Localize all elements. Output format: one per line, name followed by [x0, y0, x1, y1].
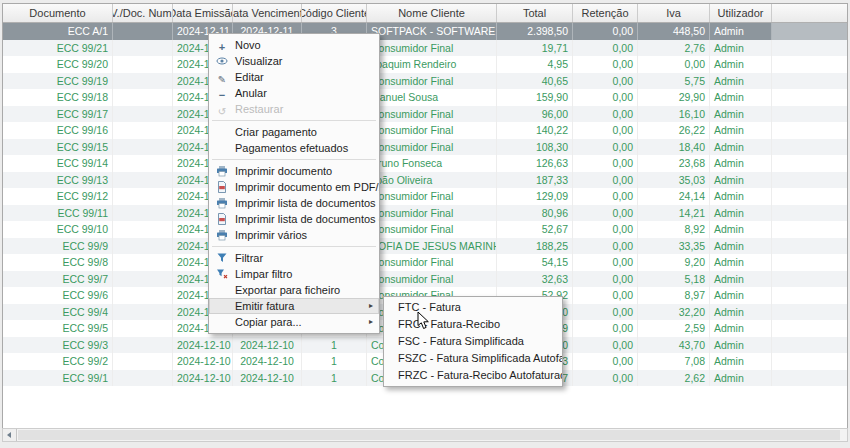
cell-filler [772, 56, 847, 73]
cell-iva: 16,10 [638, 106, 710, 123]
table-row[interactable]: ECC 99/172024-12-10 ...2024-12-101Consum… [3, 106, 847, 123]
cell-ret: 0,00 [573, 337, 638, 354]
cell-ret: 0,00 [573, 370, 638, 387]
column-header-emissao[interactable]: Data Emissão [173, 4, 233, 22]
cell-iva: 448,50 [638, 23, 710, 40]
cell-vdoc [113, 205, 173, 222]
column-header-vdoc[interactable]: V./Doc. Num. [113, 4, 173, 22]
cell-ret: 0,00 [573, 271, 638, 288]
table-row[interactable]: ECC 99/202024-12-10 ...2024-12-101Joaqui… [3, 56, 847, 73]
cell-total: 40,65 [497, 73, 573, 90]
cell-user: Admin [710, 89, 772, 106]
cell-ret: 0,00 [573, 287, 638, 304]
cell-user: Admin [710, 370, 772, 387]
cell-doc: ECC A/1 [3, 23, 113, 40]
menu-item-label: Pagamentos efetuados [235, 142, 348, 154]
menu-item-label: Filtrar [235, 252, 263, 264]
cell-doc: ECC 99/11 [3, 205, 113, 222]
table-row[interactable]: ECC 99/92024-12-10 ...2024-12-101SOFIA D… [3, 238, 847, 255]
submenu-item-ftc[interactable]: FTC - Fatura [384, 299, 562, 316]
cell-vdoc [113, 172, 173, 189]
table-row[interactable]: ECC 99/182024-12-10 ...2024-12-101Manuel… [3, 89, 847, 106]
column-header-iva[interactable]: Iva [638, 4, 710, 22]
menu-item-label: Copiar para... [235, 316, 302, 328]
column-header-nome[interactable]: Nome Cliente [367, 4, 497, 22]
cell-filler [772, 221, 847, 238]
cell-codigo: 1 [302, 370, 367, 387]
cell-emissao: 2024-12-10 ... [173, 337, 233, 354]
table-row[interactable]: ECC 99/122024-12-10 ...2024-12-101Consum… [3, 188, 847, 205]
table-row[interactable]: ECC 99/142024-12-10 ...2024-12-101Bruno … [3, 155, 847, 172]
table-row[interactable]: ECC A/12024-12-112024-12-113SOFTPACK - S… [3, 23, 847, 40]
table-row[interactable]: ECC 99/132024-12-10 ...2024-12-101João O… [3, 172, 847, 189]
menu-item-anular[interactable]: −Anular [209, 85, 379, 101]
menu-item-label: Criar pagamento [235, 126, 317, 138]
table-row[interactable]: ECC 99/102024-12-10 ...2024-12-101Consum… [3, 221, 847, 238]
menu-item-imprimir-varios[interactable]: Imprimir vários [209, 227, 379, 243]
cell-nome: Consumidor Final [367, 205, 497, 222]
table-row[interactable]: ECC 99/212024-12-10 ...2024-12-101Consum… [3, 40, 847, 57]
menu-item-limpar-filtro[interactable]: Limpar filtro [209, 266, 379, 282]
menu-item-exportar-para-ficheiro[interactable]: Exportar para ficheiro [209, 282, 379, 298]
scroll-left-button[interactable] [3, 429, 17, 441]
menu-item-imprimir-documento[interactable]: Imprimir documento [209, 163, 379, 179]
cell-ret: 0,00 [573, 40, 638, 57]
cell-iva: 23,68 [638, 155, 710, 172]
scrollbar-thumb[interactable] [18, 430, 840, 440]
column-header-total[interactable]: Total [497, 4, 573, 22]
menu-item-imprimir-lista-pdf[interactable]: Imprimir lista de documentos em PDF [209, 211, 379, 227]
cell-iva: 43,70 [638, 337, 710, 354]
submenu-item-frc[interactable]: FRC - Fatura-Recibo [384, 316, 562, 333]
submenu-item-fsc[interactable]: FSC - Fatura Simplificada [384, 333, 562, 350]
cell-filler [772, 155, 847, 172]
cell-iva: 5,75 [638, 73, 710, 90]
table-row[interactable]: ECC 99/112024-12-10 ...2024-12-101Consum… [3, 205, 847, 222]
cell-filler [772, 139, 847, 156]
pdf-file-icon [216, 181, 228, 193]
cell-filler [772, 40, 847, 57]
submenu-item-fszc[interactable]: FSZC - Fatura Simplificada Autofaturação [384, 350, 562, 367]
cell-vdoc [113, 188, 173, 205]
column-header-ret[interactable]: Retenção [573, 4, 638, 22]
column-header-venc[interactable]: Data Vencimento [233, 4, 302, 22]
cell-total: 159,90 [497, 89, 573, 106]
cell-iva: 35,03 [638, 172, 710, 189]
cell-iva: 2,76 [638, 40, 710, 57]
column-header-codigo[interactable]: Código Cliente [302, 4, 367, 22]
table-row[interactable]: ECC 99/82024-12-10 ...2024-12-101Consumi… [3, 254, 847, 271]
menu-item-visualizar[interactable]: Visualizar [209, 53, 379, 69]
cell-filler [772, 122, 847, 139]
table-row[interactable]: ECC 99/162024-12-10 ...2024-12-101Consum… [3, 122, 847, 139]
menu-item-imprimir-lista[interactable]: Imprimir lista de documentos [209, 195, 379, 211]
menu-item-imprimir-documento-pdf-xls[interactable]: Imprimir documento em PDF/XLS [209, 179, 379, 195]
cell-filler [772, 370, 847, 387]
cell-ret: 0,00 [573, 155, 638, 172]
menu-item-editar[interactable]: ✎Editar [209, 69, 379, 85]
table-row[interactable]: ECC 99/72024-12-10 ...2024-12-101Consumi… [3, 271, 847, 288]
table-row[interactable]: ECC 99/192024-12-10 ...2024-12-101Consum… [3, 73, 847, 90]
cell-iva: 2,59 [638, 320, 710, 337]
menu-item-criar-pagamento[interactable]: Criar pagamento [209, 124, 379, 140]
cell-iva: 14,21 [638, 205, 710, 222]
menu-item-filtrar[interactable]: Filtrar [209, 250, 379, 266]
menu-item-novo[interactable]: +Novo [209, 37, 379, 53]
mouse-cursor [417, 311, 430, 334]
pencil-icon: ✎ [216, 71, 228, 83]
cell-total: 4,95 [497, 56, 573, 73]
cell-total: 32,63 [497, 271, 573, 288]
cell-vdoc [113, 370, 173, 387]
cell-ret: 0,00 [573, 56, 638, 73]
menu-item-pagamentos-efetuados[interactable]: Pagamentos efetuados [209, 140, 379, 156]
menu-item-copiar-para[interactable]: Copiar para...▸ [209, 314, 379, 330]
cell-doc: ECC 99/14 [3, 155, 113, 172]
cell-filler [772, 304, 847, 321]
cell-iva: 18,40 [638, 139, 710, 156]
submenu-item-frzc[interactable]: FRZC - Fatura-Recibo Autofaturação [384, 367, 562, 384]
submenu-arrow-icon: ▸ [369, 298, 373, 314]
horizontal-scrollbar[interactable] [2, 428, 848, 442]
cell-doc: ECC 99/6 [3, 287, 113, 304]
menu-item-emitir-fatura[interactable]: Emitir fatura▸ [209, 298, 379, 314]
column-header-user[interactable]: Utilizador [710, 4, 772, 22]
column-header-doc[interactable]: Documento [3, 4, 113, 22]
table-row[interactable]: ECC 99/152024-12-10 ...2024-12-101Consum… [3, 139, 847, 156]
